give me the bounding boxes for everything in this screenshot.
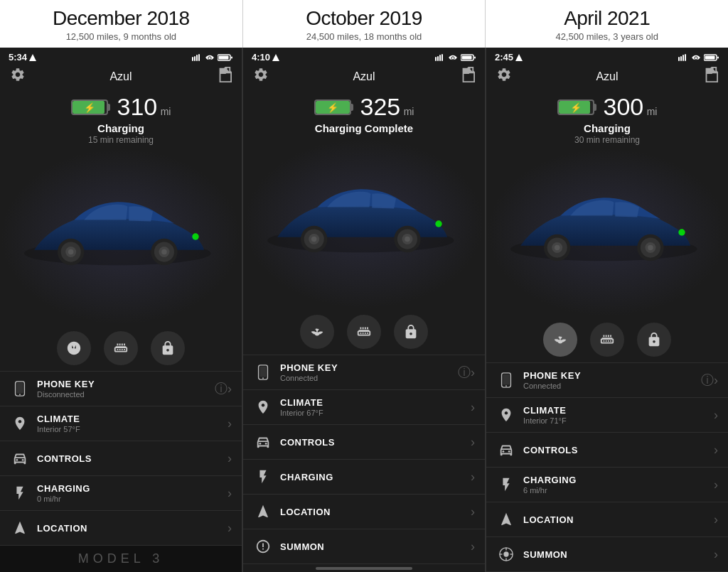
svg-point-65 [648,245,653,251]
menu-item-phonekey-2[interactable]: PHONE KEY Connected ⓘ › [243,355,485,389]
chevron-2a: › [471,365,475,380]
menu-text-controls-2: CONTROLS [280,437,471,448]
svg-rect-8 [231,56,232,58]
chevron-3e: › [714,512,718,527]
climate-icon-1 [10,414,30,433]
svg-rect-50 [680,56,682,61]
menu-text-controls-3: CONTROLS [523,445,714,455]
menu-text-charging-1: CHARGING 0 mi/hr [37,483,228,503]
controls-icon-3 [496,440,516,460]
svg-rect-51 [682,55,684,61]
menu-item-location-1[interactable]: LOCATION › [0,510,242,546]
gear-icon-3[interactable] [496,67,512,86]
menu-item-charging-3[interactable]: CHARGING 6 mi/hr › [486,467,728,502]
menu-item-charging-1[interactable]: CHARGING 0 mi/hr › [0,475,242,510]
charging-icon-3 [496,475,516,495]
svg-point-45 [262,377,264,379]
fan-button-1[interactable] [57,331,91,365]
svg-point-61 [555,245,560,251]
header-subtitle-2: 24,500 miles, 18 months old [249,31,480,42]
car-name-1: Azul [109,70,132,83]
control-buttons-3 [486,317,728,362]
menu-item-location-3[interactable]: LOCATION › [486,502,728,536]
header-title-2: October 2019 [249,7,480,30]
menu-text-phonekey-2: PHONE KEY Connected [280,362,454,382]
svg-point-47 [265,443,267,445]
climate-icon-3 [496,405,516,425]
battery-unit-1: mi [161,106,171,117]
info-icon-3[interactable]: ⓘ [701,372,714,389]
fan-button-3[interactable] [543,323,577,357]
menu-list-3: PHONE KEY Connected ⓘ › CLIMATE Interior… [486,362,728,572]
chevron-3f: › [714,547,718,562]
chevron-2b: › [471,400,475,415]
battery-section-1: ⚡ 310 mi Charging 15 min remaining [0,89,242,148]
svg-rect-4 [198,54,200,61]
chevron-2f: › [471,539,475,554]
phone-key-icon-1 [10,379,30,399]
info-icon-2[interactable]: ⓘ [458,364,471,381]
header-title-3: April 2021 [491,7,722,30]
chevron-2d: › [471,470,475,485]
box-icon-3[interactable] [702,67,718,86]
gear-icon-2[interactable] [253,67,269,86]
chevron-3b: › [714,408,718,423]
svg-marker-24 [272,54,279,61]
menu-item-summon-2[interactable]: SUMMON › [243,529,485,564]
menu-item-summon-3[interactable]: SUMMON › [486,536,728,572]
menu-item-climate-2[interactable]: CLIMATE Interior 67°F › [243,389,485,424]
svg-point-29 [451,57,454,59]
svg-point-73 [503,551,508,556]
menu-item-climate-3[interactable]: CLIMATE Interior 71°F › [486,397,728,432]
controls-icon-1 [10,448,30,468]
svg-rect-56 [717,56,719,58]
lock-button-2[interactable] [394,315,428,349]
box-icon-2[interactable] [459,67,475,86]
defrost-button-2[interactable] [347,315,381,349]
svg-point-71 [508,450,510,453]
svg-point-41 [405,236,410,242]
chevron-2e: › [471,504,475,519]
menu-item-phonekey-1[interactable]: PHONE KEY Disconnected ⓘ › [0,371,242,406]
svg-rect-1 [192,57,193,61]
svg-marker-0 [29,54,36,61]
menu-item-controls-2[interactable]: CONTROLS › [243,424,485,459]
defrost-button-3[interactable] [590,323,624,357]
svg-point-23 [22,459,24,461]
status-bar-3: 2:45 [486,48,728,64]
box-icon-1[interactable] [216,67,232,86]
gear-icon-1[interactable] [10,67,26,86]
fan-button-2[interactable] [300,315,334,349]
top-bar-2: Azul [243,64,485,89]
status-time-2: 4:10 [252,52,279,63]
home-bar-2 [316,567,412,570]
menu-text-summon-3: SUMMON [523,549,714,560]
svg-point-42 [435,220,441,227]
menu-text-phonekey-3: PHONE KEY Connected [523,370,697,390]
info-icon-1[interactable]: ⓘ [215,380,228,397]
menu-text-charging-3: CHARGING 6 mi/hr [523,475,714,495]
chevron-1e: › [228,521,232,536]
svg-point-5 [208,57,210,59]
menu-item-climate-1[interactable]: CLIMATE Interior 57°F › [0,406,242,441]
defrost-button-1[interactable] [104,331,138,365]
status-icons-2 [435,54,476,61]
menu-item-controls-1[interactable]: CONTROLS › [0,441,242,475]
menu-text-location-2: LOCATION [280,507,471,517]
menu-text-charging-2: CHARGING [280,472,471,482]
header-col-2: October 2019 24,500 miles, 18 months old [243,0,486,48]
status-bar-1: 5:34 [0,48,242,64]
menu-item-location-2[interactable]: LOCATION › [243,494,485,529]
menu-list-2: PHONE KEY Connected ⓘ › CLIMATE Interior… [243,355,485,564]
svg-point-22 [16,459,18,461]
lock-button-1[interactable] [151,331,185,365]
menu-item-charging-2[interactable]: CHARGING › [243,459,485,494]
chevron-3a: › [714,373,718,388]
control-buttons-1 [0,325,242,371]
status-bar-2: 4:10 [243,48,485,64]
menu-text-climate-2: CLIMATE Interior 67°F [280,397,471,417]
menu-item-phonekey-3[interactable]: PHONE KEY Connected ⓘ › [486,362,728,397]
menu-item-controls-3[interactable]: CONTROLS › [486,432,728,467]
header-col-3: April 2021 42,500 miles, 3 years old [486,0,728,48]
lock-button-3[interactable] [637,323,671,357]
